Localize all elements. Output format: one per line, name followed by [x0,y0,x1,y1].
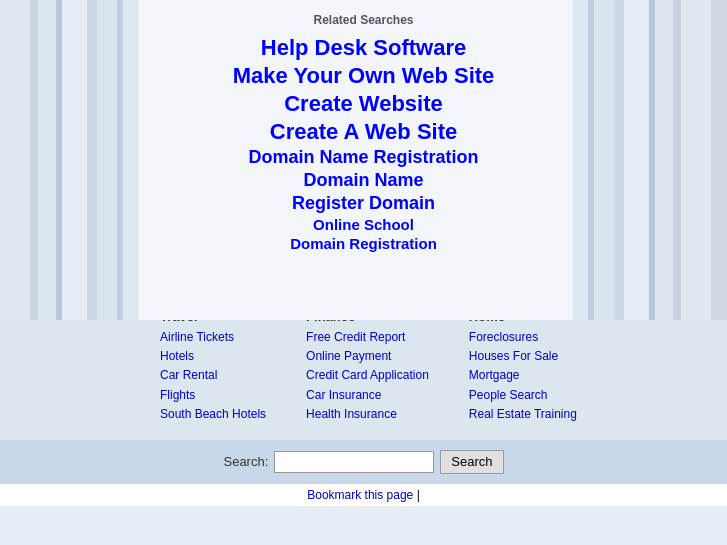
search-link-domain-name[interactable]: Domain Name [0,170,727,191]
search-label: Search: [223,454,268,469]
search-bar: Search: Search [0,440,727,484]
search-link-register-domain[interactable]: Register Domain [0,193,727,214]
category-link[interactable]: Airline Tickets [160,328,266,347]
category-link[interactable]: Houses For Sale [469,347,577,366]
main-content: Related Searches Help Desk SoftwareMake … [0,0,727,274]
category-column-home: HomeForeclosuresHouses For SaleMortgageP… [469,309,577,424]
category-link[interactable]: Online Payment [306,347,429,366]
category-link[interactable]: Car Insurance [306,386,429,405]
page-wrapper: Related Searches Help Desk SoftwareMake … [0,0,727,506]
category-link[interactable]: Mortgage [469,366,577,385]
search-link-create-website[interactable]: Create Website [0,91,727,117]
related-searches-heading: Related Searches [0,8,727,27]
search-link-domain-name-registration[interactable]: Domain Name Registration [0,147,727,168]
search-link-online-school[interactable]: Online School [0,216,727,233]
bookmark-bar: Bookmark this page | [0,484,727,506]
search-links-list: Help Desk SoftwareMake Your Own Web Site… [0,35,727,252]
category-link[interactable]: Car Rental [160,366,266,385]
search-link-create-a-web-site[interactable]: Create A Web Site [0,119,727,145]
bookmark-separator: | [417,488,420,502]
bookmark-link[interactable]: Bookmark this page [307,488,413,502]
search-link-help-desk-software[interactable]: Help Desk Software [0,35,727,61]
search-button[interactable]: Search [440,450,503,474]
category-link[interactable]: Health Insurance [306,405,429,424]
search-link-make-your-own-web-site[interactable]: Make Your Own Web Site [0,63,727,89]
category-link[interactable]: Free Credit Report [306,328,429,347]
category-link[interactable]: South Beach Hotels [160,405,266,424]
categories-grid: TravelAirline TicketsHotelsCar RentalFli… [160,309,707,424]
category-column-travel: TravelAirline TicketsHotelsCar RentalFli… [160,309,266,424]
category-link[interactable]: Credit Card Application [306,366,429,385]
search-input[interactable] [274,451,434,473]
category-link[interactable]: Hotels [160,347,266,366]
category-link[interactable]: Foreclosures [469,328,577,347]
category-column-finance: FinanceFree Credit ReportOnline PaymentC… [306,309,429,424]
category-link[interactable]: Real Estate Training [469,405,577,424]
category-link[interactable]: People Search [469,386,577,405]
category-link[interactable]: Flights [160,386,266,405]
search-link-domain-registration[interactable]: Domain Registration [0,235,727,252]
